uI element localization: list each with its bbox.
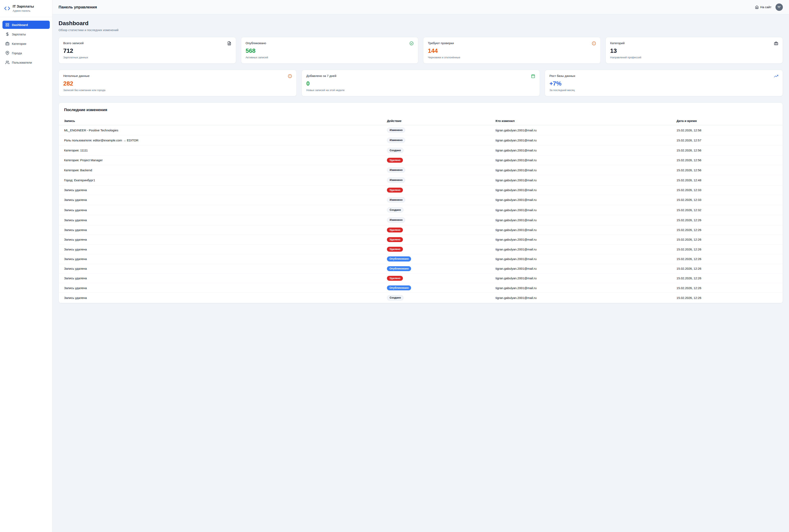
table-row: Запись удалена Удалено tigran.gabulyan.2… xyxy=(59,185,783,195)
sidebar-item-cities[interactable]: Города xyxy=(2,49,50,57)
logo: IT Зарплаты Админ-панель xyxy=(0,0,52,17)
stat-caption: Новых записей на этой неделе xyxy=(306,89,535,92)
stat-card-published: Опубликовано 568 Активных записей xyxy=(241,37,419,64)
record-cell: Запись удалена xyxy=(59,185,384,195)
stat-card-top: Требуют проверки xyxy=(428,41,596,45)
date-cell: 15.02.2026, 12:26 xyxy=(674,293,783,303)
date-cell: 15.02.2026, 12:32 xyxy=(674,205,783,215)
record-cell: Запись удалена xyxy=(59,205,384,215)
action-badge: Создано xyxy=(387,148,404,153)
stat-value: 712 xyxy=(63,48,231,54)
recent-changes-table: ЗаписьДействиеКто изменилДата и время ML… xyxy=(59,117,783,303)
table-row: Город: Екатеринбург1 Изменено tigran.gab… xyxy=(59,175,783,185)
user-cell: tigran.gabulyan.2001@mail.ru xyxy=(493,175,674,185)
briefcase-icon xyxy=(774,41,778,45)
action-badge: Удалено xyxy=(387,276,403,281)
stat-card-db-growth: Рост базы данных +7% За последний месяц xyxy=(545,70,783,96)
action-badge: Удалено xyxy=(387,158,403,163)
column-header: Действие xyxy=(384,117,493,125)
action-badge: Опубликовано xyxy=(387,256,411,261)
user-cell: tigran.gabulyan.2001@mail.ru xyxy=(493,225,674,235)
action-cell: Изменено xyxy=(384,125,493,135)
user-cell: tigran.gabulyan.2001@mail.ru xyxy=(493,165,674,175)
action-cell: Опубликовано xyxy=(384,264,493,273)
recent-changes-card: Последние изменения ЗаписьДействиеКто из… xyxy=(58,102,783,303)
stat-value: 0 xyxy=(306,80,535,87)
date-cell: 15.02.2026, 12:56 xyxy=(674,165,783,175)
stat-value: 568 xyxy=(246,48,414,54)
user-cell: tigran.gabulyan.2001@mail.ru xyxy=(493,245,674,254)
action-badge: Изменено xyxy=(387,177,405,183)
code-icon xyxy=(4,5,10,12)
sidebar-item-categories[interactable]: Категории xyxy=(2,39,50,48)
content: Dashboard Обзор статистики и последних и… xyxy=(52,14,789,532)
site-link[interactable]: На сайт xyxy=(755,5,771,9)
recent-changes-title: Последние изменения xyxy=(59,108,783,117)
avatar[interactable]: ТГ xyxy=(775,3,783,11)
stat-card-need-review: Требуют проверки 144 Черновики и отклонё… xyxy=(423,37,601,64)
stat-label: Всего записей xyxy=(63,41,84,45)
users-icon xyxy=(5,60,10,64)
user-cell: tigran.gabulyan.2001@mail.ru xyxy=(493,145,674,155)
action-cell: Изменено xyxy=(384,195,493,205)
date-cell: 15.02.2026, 12:26 xyxy=(674,215,783,225)
user-cell: tigran.gabulyan.2001@mail.ru xyxy=(493,254,674,264)
table-row: Запись удалена Опубликовано tigran.gabul… xyxy=(59,254,783,264)
stat-caption: Записей без компании или города xyxy=(63,89,292,92)
user-cell: tigran.gabulyan.2001@mail.ru xyxy=(493,283,674,293)
user-cell: tigran.gabulyan.2001@mail.ru xyxy=(493,125,674,135)
user-cell: tigran.gabulyan.2001@mail.ru xyxy=(493,135,674,145)
stats-row-2: Неполные данные 282 Записей без компании… xyxy=(58,70,783,96)
topbar: Панель управления На сайт ТГ xyxy=(52,0,789,14)
home-icon xyxy=(755,5,759,9)
action-cell: Изменено xyxy=(384,175,493,185)
record-cell: Запись удалена xyxy=(59,283,384,293)
sidebar-item-dashboard[interactable]: Dashboard xyxy=(2,21,50,29)
record-cell: Город: Екатеринбург1 xyxy=(59,175,384,185)
table-row: Запись удалена Опубликовано tigran.gabul… xyxy=(59,264,783,273)
column-header: Дата и время xyxy=(674,117,783,125)
page-title: Dashboard xyxy=(58,20,783,26)
action-cell: Удалено xyxy=(384,225,493,235)
record-cell: Запись удалена xyxy=(59,225,384,235)
table-row: Категория: Backend Изменено tigran.gabul… xyxy=(59,165,783,175)
action-cell: Удалено xyxy=(384,155,493,165)
record-cell: Запись удалена xyxy=(59,264,384,273)
dashboard-icon xyxy=(5,23,10,27)
sidebar-item-salaries[interactable]: Зарплаты xyxy=(2,30,50,38)
sidebar-item-users[interactable]: Пользователи xyxy=(2,58,50,66)
action-badge: Удалено xyxy=(387,188,403,192)
user-cell: tigran.gabulyan.2001@mail.ru xyxy=(493,195,674,205)
stats-row-1: Всего записей 712 Зарплатных данных Опуб… xyxy=(58,37,783,64)
logo-text: IT Зарплаты Админ-панель xyxy=(13,4,34,12)
stat-label: Категорий xyxy=(610,41,625,45)
record-cell: Категория: Backend xyxy=(59,165,384,175)
stat-caption: Черновики и отклонённые xyxy=(428,56,596,59)
user-cell: tigran.gabulyan.2001@mail.ru xyxy=(493,205,674,215)
action-cell: Создано xyxy=(384,205,493,215)
date-cell: 15.02.2026, 12:58 xyxy=(674,125,783,135)
action-cell: Изменено xyxy=(384,165,493,175)
app-root: IT Зарплаты Админ-панель Dashboard Зарпл… xyxy=(0,0,789,532)
date-cell: 15.02.2026, 12:26 xyxy=(674,254,783,264)
sidebar-item-label: Зарплаты xyxy=(12,33,26,36)
site-link-label: На сайт xyxy=(760,5,771,9)
date-cell: 15.02.2026, 12:56 xyxy=(674,155,783,165)
record-cell: Запись удалена xyxy=(59,245,384,254)
action-cell: Опубликовано xyxy=(384,254,493,264)
topbar-right: На сайт ТГ xyxy=(755,3,783,11)
stat-value: +7% xyxy=(549,80,778,87)
table-row: Запись удалена Удалено tigran.gabulyan.2… xyxy=(59,235,783,244)
table-row: Запись удалена Опубликовано tigran.gabul… xyxy=(59,283,783,293)
sidebar-item-label: Dashboard xyxy=(12,23,28,26)
table-header-row: ЗаписьДействиеКто изменилДата и время xyxy=(59,117,783,125)
action-badge: Изменено xyxy=(387,137,405,143)
stat-caption: Зарплатных данных xyxy=(63,56,231,59)
date-cell: 15.02.2026, 12:26 xyxy=(674,245,783,254)
date-cell: 15.02.2026, 12:26 xyxy=(674,283,783,293)
dollar-icon xyxy=(5,32,10,36)
user-cell: tigran.gabulyan.2001@mail.ru xyxy=(493,273,674,283)
table-row: Запись удалена Создано tigran.gabulyan.2… xyxy=(59,205,783,215)
action-cell: Удалено xyxy=(384,235,493,244)
alert-circle-icon xyxy=(592,41,596,45)
